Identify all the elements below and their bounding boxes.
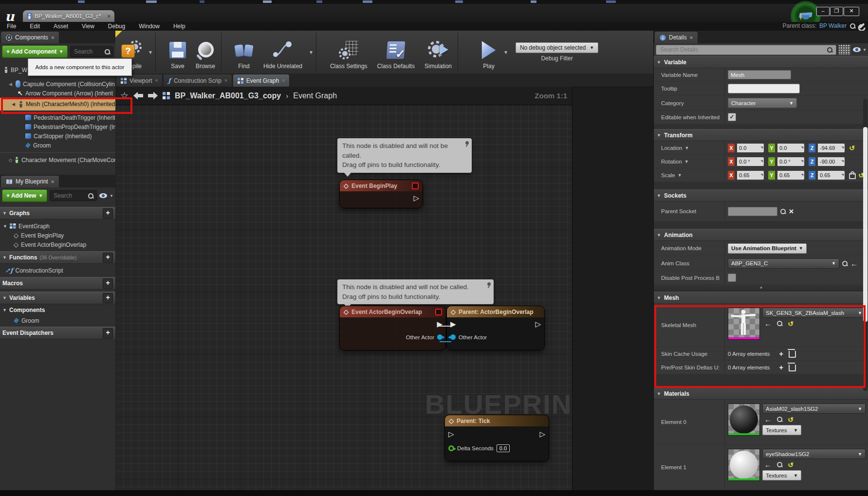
close-window-button[interactable]: ✕ xyxy=(844,7,859,16)
back-arrow-icon[interactable] xyxy=(133,92,143,100)
lock-icon[interactable] xyxy=(849,173,856,179)
favorite-star-icon[interactable]: ☆ xyxy=(120,90,129,101)
details-search[interactable] xyxy=(656,45,836,55)
exec-input-pin[interactable]: ▷ xyxy=(448,430,454,438)
location-x-field[interactable]: 0.0 xyxy=(737,144,764,152)
exec-output-pin[interactable]: ▷ xyxy=(413,194,419,202)
search-socket-icon[interactable] xyxy=(780,208,786,215)
rotation-x-field[interactable]: 0.0 ° xyxy=(737,157,764,166)
tab-close-icon[interactable]: × xyxy=(108,13,111,19)
location-z-field[interactable]: -94.69 xyxy=(818,144,845,152)
play-button[interactable]: Play xyxy=(476,31,502,73)
close-icon[interactable]: × xyxy=(282,78,285,83)
tab-details[interactable]: i Details × xyxy=(655,32,698,43)
maximize-button[interactable]: ❐ xyxy=(830,7,843,16)
list-item-groom-variable[interactable]: ≋ Groom xyxy=(0,316,115,325)
compile-options-caret[interactable]: ▼ xyxy=(147,50,154,55)
simulation-button[interactable]: Simulation xyxy=(420,31,457,73)
add-array-element-icon[interactable]: + xyxy=(779,350,783,357)
components-tab-close-icon[interactable]: × xyxy=(51,35,54,40)
my-blueprint-search-input[interactable] xyxy=(53,192,86,200)
menu-file[interactable]: File xyxy=(0,23,23,30)
find-button[interactable]: Find xyxy=(229,31,259,73)
rotation-y-field[interactable]: 0.0 ° xyxy=(777,157,804,166)
menu-asset[interactable]: Asset xyxy=(47,23,75,30)
skeletal-mesh-thumbnail[interactable] xyxy=(728,308,760,340)
details-scrollbar[interactable] xyxy=(863,99,868,391)
tab-my-blueprint[interactable]: My Blueprint × xyxy=(1,176,59,187)
reset-icon[interactable]: ↺ xyxy=(788,320,794,327)
tab-construction-script[interactable]: ƒ Construction Scrip× xyxy=(164,74,232,87)
class-settings-button[interactable]: Class Settings xyxy=(325,31,372,73)
hide-unrelated-button[interactable]: Hide Unrelated xyxy=(259,31,307,73)
eye-options-caret[interactable]: ▼ xyxy=(863,48,867,52)
visibility-eye-icon[interactable] xyxy=(99,193,107,198)
close-icon[interactable]: × xyxy=(224,78,227,83)
browse-button[interactable]: Browse xyxy=(191,31,220,73)
breadcrumb-blueprint-name[interactable]: BP_Walker_AB001_G3_copy xyxy=(175,92,281,100)
section-materials[interactable]: ▼Materials xyxy=(654,387,868,400)
add-variable-button[interactable]: + xyxy=(103,293,113,303)
scrollbar-thumb[interactable] xyxy=(863,127,868,322)
breadcrumb-graph-name[interactable]: Event Graph xyxy=(293,92,337,100)
list-item-event-actorbeginoverlap[interactable]: ◇ Event ActorBeginOverlap xyxy=(0,240,115,249)
asset-document-tab[interactable]: BP_Walker_AB001_G3_c* × xyxy=(23,10,114,22)
menu-view[interactable]: View xyxy=(75,23,101,30)
clear-array-icon[interactable] xyxy=(789,365,796,371)
expander-icon[interactable]: ◀ xyxy=(12,102,16,107)
browse-anim-class-icon[interactable] xyxy=(842,260,848,267)
collapse-icon[interactable]: ▼ xyxy=(2,308,7,312)
exec-output-pin[interactable]: ▷ xyxy=(539,430,545,438)
section-sockets[interactable]: ▼Sockets xyxy=(654,189,868,202)
tree-item-car-stopper[interactable]: CarStopper (Inherited) xyxy=(0,131,115,141)
tree-item-arrow-component[interactable]: ↖ Arrow Component (Arrow) (Inherit xyxy=(0,89,115,98)
tree-item-capsule-component[interactable]: ◀ Capsule Component (CollisionCylin xyxy=(0,79,115,89)
menu-window[interactable]: Window xyxy=(132,23,166,30)
reset-icon[interactable]: ↺ xyxy=(788,461,794,468)
scale-x-field[interactable]: 0.65 xyxy=(737,171,764,180)
anim-class-dropdown[interactable]: ABP_GEN3_C▼ xyxy=(728,258,839,269)
skeletal-mesh-dropdown[interactable]: SK_GEN3_SK_ZBAsiaM_slash▼ xyxy=(762,308,866,318)
add-macro-button[interactable]: + xyxy=(103,278,113,289)
add-new-button[interactable]: + Add New▼ xyxy=(2,189,47,202)
node-event-beginplay[interactable]: ◇ Event BeginPlay ▷ xyxy=(339,180,423,208)
details-tab-close-icon[interactable]: × xyxy=(690,35,693,40)
textures-dropdown[interactable]: Textures▼ xyxy=(762,470,801,480)
node-parent-actorbeginoverlap[interactable]: ◇ Parent: ActorBeginOverlap ▶▷ Other Act… xyxy=(446,306,545,350)
add-array-element-icon[interactable]: + xyxy=(779,364,783,371)
exec-output-pin[interactable]: ▷ xyxy=(535,320,541,328)
tree-item-character-movement[interactable]: ◇ Character Movement (CharMoveCon xyxy=(0,155,115,165)
my-blueprint-tab-close-icon[interactable]: × xyxy=(51,179,54,184)
chevron-down-icon[interactable]: ▼ xyxy=(684,146,689,150)
section-components[interactable]: ▼ Components xyxy=(0,304,115,316)
chevron-down-icon[interactable]: ▼ xyxy=(684,159,689,164)
add-event-dispatcher-button[interactable]: + xyxy=(103,328,113,338)
use-selected-asset-icon[interactable]: ← xyxy=(764,416,772,423)
collapse-icon[interactable]: ▼ xyxy=(2,211,7,216)
use-selected-asset-icon[interactable]: ← xyxy=(764,461,772,468)
debug-object-dropdown[interactable]: No debug object selected▼ xyxy=(516,42,598,53)
graduation-cap-icon[interactable] xyxy=(799,12,812,20)
menu-help[interactable]: Help xyxy=(166,23,192,30)
list-item-event-beginplay[interactable]: ◇ Event BeginPlay xyxy=(0,231,115,240)
details-search-input[interactable] xyxy=(659,46,824,54)
tree-item-groom[interactable]: ≋ Groom xyxy=(0,141,115,150)
tree-item-pedestrian-death-trigger[interactable]: PedestrianDeathTrigger (Inherite xyxy=(0,113,115,122)
disable-post-process-checkbox[interactable] xyxy=(728,274,736,282)
hide-unrelated-options-caret[interactable]: ▼ xyxy=(307,50,315,55)
list-item-event-graph[interactable]: ▼ EventGraph xyxy=(0,221,115,231)
section-variable[interactable]: ▼Variable xyxy=(654,56,868,68)
use-selected-asset-icon[interactable]: ← xyxy=(764,320,772,327)
components-search-input[interactable] xyxy=(73,48,102,55)
section-variables[interactable]: ▼ Variables + xyxy=(0,292,115,304)
section-mesh[interactable]: ▼Mesh xyxy=(654,292,868,304)
my-blueprint-search[interactable] xyxy=(50,190,97,201)
eye-options-caret[interactable]: ▼ xyxy=(110,194,113,198)
close-icon[interactable]: × xyxy=(155,78,158,83)
browse-asset-icon[interactable] xyxy=(776,416,783,423)
add-graph-button[interactable]: + xyxy=(103,208,113,219)
material-thumbnail[interactable] xyxy=(728,404,760,436)
rotation-z-field[interactable]: -90.00 xyxy=(818,157,845,166)
menu-debug[interactable]: Debug xyxy=(101,23,132,30)
parent-socket-field[interactable] xyxy=(728,207,777,216)
